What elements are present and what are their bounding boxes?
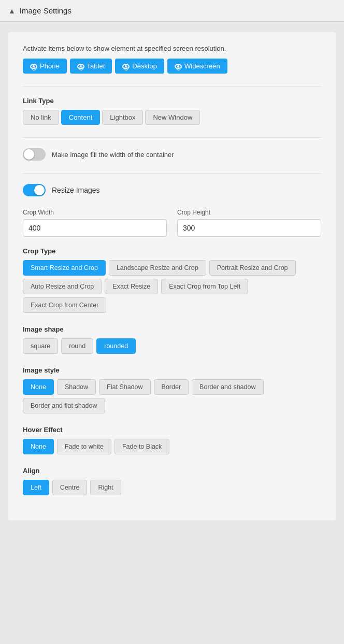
image-shape-options: square round rounded xyxy=(23,338,321,354)
tablet-label: Tablet xyxy=(87,62,105,70)
crop-height-group: Crop Height xyxy=(177,209,321,237)
fill-width-label: Make image fill the width of the contain… xyxy=(52,151,174,159)
fill-width-section: Make image fill the width of the contain… xyxy=(23,148,321,161)
eye-icon-desktop xyxy=(122,64,130,69)
divider-1 xyxy=(23,86,321,87)
image-style-options: None Shadow Flat Shadow Border Border an… xyxy=(23,379,321,413)
crop-height-label: Crop Height xyxy=(177,209,321,216)
shadow-style-button[interactable]: Shadow xyxy=(57,379,96,395)
desktop-label: Desktop xyxy=(132,62,157,70)
eye-icon-phone xyxy=(30,64,37,69)
link-type-options: No link Content Lightbox New Window xyxy=(23,110,321,125)
resize-images-knob xyxy=(34,185,45,195)
image-style-label: Image style xyxy=(23,366,321,374)
auto-resize-crop-button[interactable]: Auto Resize and Crop xyxy=(23,279,102,294)
divider-2 xyxy=(23,137,321,138)
round-shape-button[interactable]: round xyxy=(61,338,93,354)
fade-white-hover-button[interactable]: Fade to white xyxy=(57,439,111,454)
main-content: Activate items below to show element at … xyxy=(0,22,344,531)
resize-images-section: Resize Images xyxy=(23,184,321,196)
phone-label: Phone xyxy=(40,62,60,70)
crop-type-label: Crop Type xyxy=(23,247,321,255)
visibility-section: Activate items below to show element at … xyxy=(23,45,321,74)
crop-width-group: Crop Width xyxy=(23,209,167,237)
border-style-button[interactable]: Border xyxy=(154,379,189,395)
smart-resize-crop-button[interactable]: Smart Resize and Crop xyxy=(23,260,106,276)
collapse-icon[interactable]: ▲ xyxy=(8,7,16,15)
visibility-description: Activate items below to show element at … xyxy=(23,45,321,52)
none-hover-button[interactable]: None xyxy=(23,439,54,454)
right-align-button[interactable]: Right xyxy=(90,480,121,495)
visibility-buttons: Phone Tablet Desktop Widescreen xyxy=(23,59,321,74)
settings-card: Activate items below to show element at … xyxy=(8,32,336,520)
rounded-shape-button[interactable]: rounded xyxy=(96,338,136,354)
widescreen-label: Widescreen xyxy=(184,62,220,70)
link-type-label: Link Type xyxy=(23,97,321,105)
square-shape-button[interactable]: square xyxy=(23,338,58,354)
portrait-resize-crop-button[interactable]: Portrait Resize and Crop xyxy=(209,260,296,276)
crop-type-options: Smart Resize and Crop Landscape Resize a… xyxy=(23,260,321,313)
exact-crop-center-button[interactable]: Exact Crop from Center xyxy=(23,297,106,313)
phone-button[interactable]: Phone xyxy=(23,59,67,74)
divider-3 xyxy=(23,173,321,174)
align-label: Align xyxy=(23,467,321,475)
crop-fields: Crop Width Crop Height xyxy=(23,209,321,237)
widescreen-button[interactable]: Widescreen xyxy=(167,59,227,74)
resize-images-toggle[interactable] xyxy=(23,184,46,196)
none-style-button[interactable]: None xyxy=(23,379,54,395)
exact-crop-top-left-button[interactable]: Exact Crop from Top Left xyxy=(161,279,248,294)
crop-height-input[interactable] xyxy=(177,219,321,237)
align-options: Left Centre Right xyxy=(23,480,321,495)
hover-effect-options: None Fade to white Fade to Black xyxy=(23,439,321,454)
new-window-button[interactable]: New Window xyxy=(145,110,200,125)
hover-effect-label: Hover Effect xyxy=(23,426,321,434)
left-align-button[interactable]: Left xyxy=(23,480,49,495)
crop-width-input[interactable] xyxy=(23,219,167,237)
fade-black-hover-button[interactable]: Fade to Black xyxy=(114,439,169,454)
eye-icon-tablet xyxy=(77,64,84,69)
hover-effect-section: Hover Effect None Fade to white Fade to … xyxy=(23,426,321,454)
resize-images-label: Resize Images xyxy=(52,186,100,194)
page-title: Image Settings xyxy=(20,6,71,15)
image-shape-label: Image shape xyxy=(23,325,321,333)
flat-shadow-style-button[interactable]: Flat Shadow xyxy=(99,379,150,395)
content-button[interactable]: Content xyxy=(61,110,101,125)
fill-width-toggle[interactable] xyxy=(23,148,46,161)
header: ▲ Image Settings xyxy=(0,0,344,22)
exact-resize-button[interactable]: Exact Resize xyxy=(105,279,158,294)
crop-type-section: Crop Type Smart Resize and Crop Landscap… xyxy=(23,247,321,313)
link-type-section: Link Type No link Content Lightbox New W… xyxy=(23,97,321,125)
no-link-button[interactable]: No link xyxy=(23,110,59,125)
desktop-button[interactable]: Desktop xyxy=(115,59,164,74)
border-shadow-style-button[interactable]: Border and shadow xyxy=(192,379,263,395)
image-shape-section: Image shape square round rounded xyxy=(23,325,321,354)
eye-icon-widescreen xyxy=(175,64,182,69)
align-section: Align Left Centre Right xyxy=(23,467,321,495)
fill-width-knob xyxy=(24,149,34,160)
lightbox-button[interactable]: Lightbox xyxy=(102,110,143,125)
centre-align-button[interactable]: Centre xyxy=(52,480,88,495)
landscape-resize-crop-button[interactable]: Landscape Resize and Crop xyxy=(109,260,206,276)
crop-width-label: Crop Width xyxy=(23,209,167,216)
tablet-button[interactable]: Tablet xyxy=(70,59,112,74)
image-style-section: Image style None Shadow Flat Shadow Bord… xyxy=(23,366,321,413)
border-flat-shadow-style-button[interactable]: Border and flat shadow xyxy=(23,398,105,413)
